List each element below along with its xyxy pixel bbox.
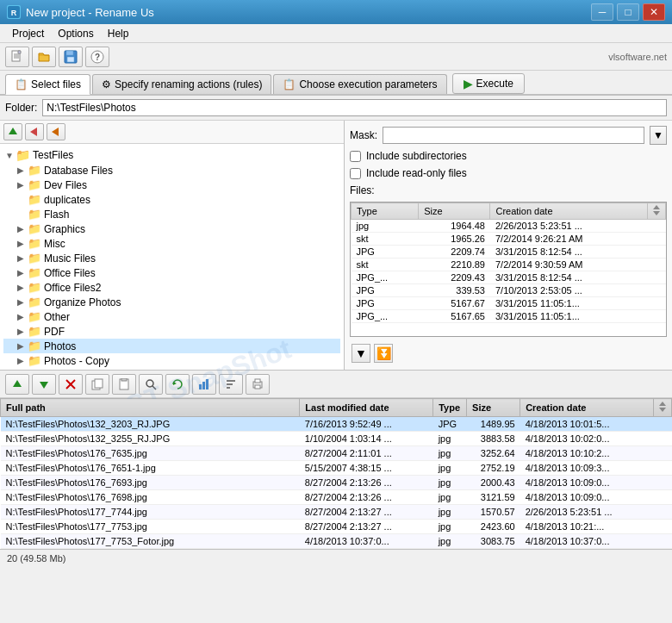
main-content: ▼ 📁 TestFiles ▶ 📁 Database Files ▶ 📁 Dev… [0,121,672,371]
results-table-row[interactable]: N:\TestFiles\Photos\132_3203_RJ.JPG 7/16… [1,417,672,432]
files-table-row[interactable]: JPG339.537/10/2013 2:53:05 ... [352,284,666,297]
menu-project[interactable]: Project [5,26,51,41]
results-col-size[interactable]: Size [467,399,520,417]
files-table-row[interactable]: jpg1964.482/26/2013 5:23:51 ... [352,220,666,233]
search-button[interactable] [139,374,163,395]
tab-select-files[interactable]: 📋 Select files [5,74,90,95]
col-type[interactable]: Type [352,203,419,220]
open-button[interactable] [32,47,56,67]
tree-up-button[interactable] [3,123,22,140]
tree-arrow: ▶ [17,327,28,336]
menu-options[interactable]: Options [51,26,100,41]
results-table-row[interactable]: N:\TestFiles\Photos\177_7753.jpg 8/27/20… [1,520,672,534]
tree-item-pdf[interactable]: ▶ 📁 PDF [3,324,340,339]
tab-renaming-actions[interactable]: ⚙ Specify renaming actions (rules) [92,74,271,94]
tree-item-misc[interactable]: ▶ 📁 Misc [3,236,340,251]
files-table-row[interactable]: JPG5167.673/31/2015 11:05:1... [352,297,666,310]
refresh-button[interactable] [165,374,190,395]
results-table-row[interactable]: N:\TestFiles\Photos\177_7753_Fotor.jpg 4… [1,534,672,549]
col-creation-date[interactable]: Creation date [490,203,648,220]
tree-item-photos-copy[interactable]: ▶ 📁 Photos - Copy [3,353,340,368]
results-table-row[interactable]: N:\TestFiles\Photos\176_7635.jpg 8/27/20… [1,446,672,461]
minimize-button[interactable]: ─ [591,3,613,21]
col-sort-icon[interactable] [648,203,666,220]
tree-item-photos[interactable]: ▶ 📁 Photos [3,339,340,353]
close-button[interactable]: ✕ [643,3,665,21]
move-down-button[interactable] [32,374,56,395]
include-subdirs-checkbox[interactable] [350,151,361,162]
tree-item-office-files2[interactable]: ▶ 📁 Office Files2 [3,280,340,295]
folder-icon: 📁 [28,208,41,221]
svg-rect-21 [95,379,103,388]
tree-item-flash[interactable]: 📁 Flash [3,207,340,221]
files-table-row[interactable]: JPG_...2209.433/31/2015 8:12:54 ... [352,271,666,284]
results-table-container[interactable]: Full path Last modified date Type Size C… [0,398,672,549]
execute-button[interactable]: ▶ Execute [452,73,525,94]
tree-item-dev-files[interactable]: ▶ 📁 Dev Files [3,178,340,192]
folder-bar: Folder: [0,96,672,121]
tree-item-other[interactable]: ▶ 📁 Other [3,309,340,324]
folder-icon: 📁 [28,369,41,370]
copy-button[interactable] [85,374,109,395]
results-col-path[interactable]: Full path [1,399,300,417]
tree-item-music-files[interactable]: ▶ 📁 Music Files [3,251,340,265]
tree-content[interactable]: ▼ 📁 TestFiles ▶ 📁 Database Files ▶ 📁 Dev… [0,144,344,370]
include-subdirs-row: Include subdirectories [350,150,667,162]
results-table-row[interactable]: N:\TestFiles\Photos\177_7744.jpg 8/27/20… [1,505,672,520]
tree-item-database-files[interactable]: ▶ 📁 Database Files [3,163,340,178]
tree-label: Music Files [44,252,96,265]
tab-execution-icon: 📋 [283,78,296,90]
remove-button[interactable] [59,374,83,395]
tree-close-button[interactable] [47,123,65,140]
svg-marker-12 [30,128,37,136]
paste-button[interactable] [112,374,136,395]
tree-item-reduced-pdf[interactable]: ▶ 📁 Reduced PDF [3,368,340,370]
help-button[interactable]: ? [85,47,109,67]
tree-item-testfiles[interactable]: ▼ 📁 TestFiles [3,147,340,163]
mask-input[interactable] [383,127,644,144]
results-table-row[interactable]: N:\TestFiles\Photos\176_7698.jpg 8/27/20… [1,490,672,505]
tree-label: Reduced PDF [44,370,109,371]
new-button[interactable] [5,47,29,67]
files-table-row[interactable]: skt1965.267/2/2014 9:26:21 AM [352,233,666,246]
print-button[interactable] [246,374,270,395]
tree-item-graphics[interactable]: ▶ 📁 Graphics [3,221,340,236]
tree-label: Flash [44,209,69,221]
stats-button[interactable] [192,374,216,395]
results-col-type[interactable]: Type [433,399,467,417]
move-up-button[interactable] [5,374,29,395]
sort-button[interactable] [219,374,243,395]
results-col-created[interactable]: Creation date [520,399,654,417]
tree-item-office-files[interactable]: ▶ 📁 Office Files [3,265,340,280]
results-table-row[interactable]: N:\TestFiles\Photos\132_3255_RJ.JPG 1/10… [1,432,672,446]
menu-help[interactable]: Help [101,26,136,41]
scroll-down-button[interactable]: ▼ [352,344,370,363]
scroll-down-fast-button[interactable]: ⏬ [374,344,393,363]
tree-panel: ▼ 📁 TestFiles ▶ 📁 Database Files ▶ 📁 Dev… [0,121,345,370]
include-readonly-checkbox[interactable] [350,168,361,179]
folder-label: Folder: [5,102,37,114]
tree-arrow: ▶ [17,268,28,277]
results-table-row[interactable]: N:\TestFiles\Photos\176_7651-1.jpg 5/15/… [1,461,672,476]
mask-dropdown[interactable]: ▼ [650,126,667,145]
save-button[interactable] [59,47,83,67]
files-table-row[interactable]: skt2210.897/2/2014 9:30:59 AM [352,259,666,271]
results-table-row[interactable]: N:\TestFiles\Photos\176_7693.jpg 8/27/20… [1,476,672,490]
svg-rect-35 [255,385,260,389]
folder-icon: 📁 [28,310,41,323]
folder-input[interactable] [42,99,667,116]
tree-item-duplicates[interactable]: 📁 duplicates [3,192,340,207]
files-table-row[interactable]: JPG2209.743/31/2015 8:12:54 ... [352,246,666,259]
files-table-container[interactable]: Type Size Creation date jpg1964.482/26/2… [350,202,667,337]
maximize-button[interactable]: □ [617,3,639,21]
svg-point-24 [146,380,153,387]
tree-back-button[interactable] [25,123,44,140]
tree-item-organize-photos[interactable]: ▶ 📁 Organize Photos [3,295,340,309]
svg-marker-37 [659,408,666,412]
tab-execution-params[interactable]: 📋 Choose execution parameters [273,74,446,94]
tree-arrow: ▶ [17,297,28,307]
col-size[interactable]: Size [419,203,490,220]
results-col-modified[interactable]: Last modified date [300,399,433,417]
folder-icon: 📁 [28,281,41,294]
files-table-row[interactable]: JPG_...5167.653/31/2015 11:05:1... [352,310,666,323]
